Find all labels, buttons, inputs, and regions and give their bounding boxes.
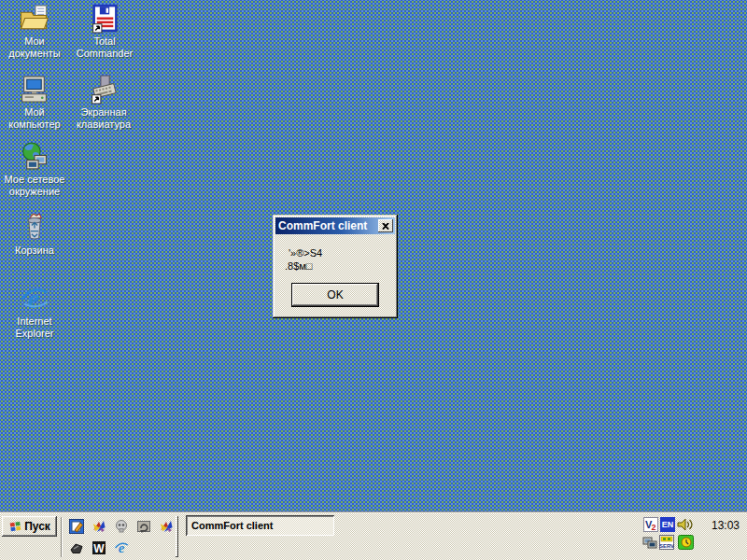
tray-green-timer-icon[interactable]	[678, 535, 695, 550]
desktop-icon-on-screen-keyboard[interactable]: Экраннаяклавиатура	[69, 74, 138, 131]
desktop-icon-network-places[interactable]: Мое сетевоеокружение	[0, 141, 69, 198]
quicklaunch-show-desktop[interactable]	[66, 516, 87, 537]
vnc-icon: V 2	[643, 517, 658, 532]
icon-label: Корзина	[0, 245, 69, 257]
tray-volume-icon[interactable]	[677, 517, 694, 532]
desktop: Моидокументы TotalCommander Мойкомпь	[0, 0, 747, 560]
quicklaunch-colorful-arrows-app-2[interactable]	[156, 516, 176, 537]
ok-button[interactable]: OK	[292, 284, 378, 306]
icon-label: Мое сетевоеокружение	[0, 174, 69, 198]
internet-explorer-icon: e	[19, 283, 50, 314]
commfort-dialog: CommFort client '»®>S4 .8$м□ OK	[273, 215, 398, 318]
green-timer-icon	[678, 535, 695, 550]
quicklaunch-internet-explorer[interactable]: e	[111, 538, 132, 558]
my-computer-icon	[19, 74, 50, 105]
quicklaunch-skull-app[interactable]	[111, 516, 132, 537]
total-commander-icon	[89, 3, 120, 34]
start-label: Пуск	[24, 520, 50, 533]
dialog-message: '»®>S4 .8$м□	[275, 234, 395, 273]
serv-label: SERV	[659, 543, 674, 549]
desktop-icon-recycle-bin[interactable]: Корзина	[0, 212, 69, 257]
close-icon	[382, 223, 389, 230]
quicklaunch-winamp[interactable]: W	[89, 538, 109, 558]
tray-clock[interactable]: 13:03	[712, 519, 740, 532]
desktop-icon-total-commander[interactable]: TotalCommander	[70, 3, 139, 60]
tray-serv-icon[interactable]: SERV	[659, 535, 674, 550]
svg-text:e: e	[28, 284, 40, 314]
taskbar: Пуск	[0, 513, 747, 560]
on-screen-keyboard-icon	[88, 74, 120, 105]
close-button[interactable]	[378, 219, 393, 232]
ok-button-default-ring: OK	[291, 283, 379, 307]
message-line-1: '»®>S4	[285, 246, 395, 259]
my-documents-icon	[19, 3, 50, 34]
dialog-titlebar[interactable]: CommFort client	[275, 217, 395, 234]
network-places-icon	[19, 141, 50, 172]
vnc-2: 2	[652, 523, 656, 532]
quicklaunch-gray-recycle-app[interactable]	[134, 516, 154, 537]
desktop-icon-my-computer[interactable]: Мойкомпьютер	[0, 74, 69, 131]
speaker-icon	[677, 517, 694, 532]
colorful-arrows-icon	[92, 519, 106, 534]
icon-label: Экраннаяклавиатура	[69, 106, 138, 131]
dark-app-icon	[69, 540, 84, 555]
tray-language-indicator[interactable]: EN	[660, 517, 675, 532]
colorful-arrows-icon	[159, 519, 174, 534]
task-button-label: CommFort client	[191, 520, 273, 531]
svg-text:W: W	[93, 542, 105, 555]
toolbar-drag-handle[interactable]	[176, 516, 178, 557]
tray-vnc-icon[interactable]: V 2	[643, 517, 658, 532]
taskbar-separator	[61, 517, 63, 557]
quicklaunch-dark-app[interactable]	[66, 538, 87, 558]
skull-icon	[114, 519, 129, 534]
network-computers-icon	[642, 535, 657, 550]
desktop-icon-internet-explorer[interactable]: e InternetExplorer	[0, 283, 69, 340]
taskbar-button-commfort[interactable]: CommFort client	[186, 515, 334, 536]
show-desktop-icon	[69, 519, 84, 534]
internet-explorer-icon: e	[114, 540, 129, 555]
recycle-bin-icon	[19, 212, 50, 243]
svg-text:e: e	[119, 540, 125, 555]
icon-label: Мойкомпьютер	[0, 106, 69, 131]
serv-icon: SERV	[659, 535, 674, 550]
dialog-title: CommFort client	[278, 219, 378, 232]
gray-recycle-icon	[136, 519, 151, 534]
desktop-icon-my-documents[interactable]: Моидокументы	[0, 3, 69, 60]
icon-label: InternetExplorer	[0, 315, 69, 340]
tray-network-icon[interactable]	[642, 535, 657, 550]
quicklaunch-colorful-arrows-app[interactable]	[89, 516, 109, 537]
icon-label: Моидокументы	[0, 35, 69, 60]
message-line-2: .8$м□	[285, 259, 395, 273]
start-button[interactable]: Пуск	[2, 516, 57, 537]
winamp-icon: W	[92, 540, 106, 555]
icon-label: TotalCommander	[70, 35, 139, 60]
windows-logo-icon	[8, 520, 22, 533]
